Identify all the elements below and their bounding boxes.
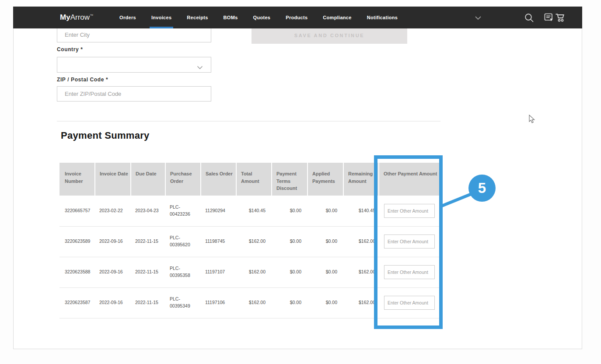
nav-item-invoices[interactable]: Invoices xyxy=(150,7,172,28)
col-due-date: Due Date xyxy=(131,163,165,196)
cell-remaining-amount: $162.00 xyxy=(343,226,379,257)
cell-invoice-date: 2022-09-16 xyxy=(95,226,131,257)
cell-sales-order: 11197106 xyxy=(201,287,236,318)
purchase-order-value: PLC-00395349 xyxy=(170,296,196,310)
nav-item-compliance[interactable]: Compliance xyxy=(322,7,352,28)
logo-my: My xyxy=(60,13,70,21)
col-sales-order: Sales Order xyxy=(201,163,236,196)
cell-purchase-order: PLC-00395620 xyxy=(165,226,201,257)
cell-due-date: 2022-11-15 xyxy=(131,257,165,287)
cell-sales-order: 11290294 xyxy=(201,196,236,226)
other-amount-input[interactable] xyxy=(384,234,435,248)
cell-invoice-number: 3220623587 xyxy=(59,287,95,318)
cell-applied-payments: $0.00 xyxy=(307,196,343,226)
cell-sales-order: 11197107 xyxy=(201,257,236,287)
cell-other-payment-amount xyxy=(379,287,440,318)
col-other-payment-amount: Other Payment Amount xyxy=(379,163,440,196)
step-number: 5 xyxy=(478,180,486,196)
cell-due-date: 2022-11-15 xyxy=(131,226,165,257)
nav-item-boms[interactable]: BOMs xyxy=(223,7,239,28)
nav-item-label: BOMs xyxy=(224,15,238,20)
col-applied-payments: Applied Payments xyxy=(307,163,343,196)
step-badge: 5 xyxy=(468,175,496,202)
nav-item-label: Notifications xyxy=(367,15,398,20)
country-label: Country * xyxy=(57,46,83,52)
table-row: 3220623588 2022-09-16 2022-11-15 PLC-003… xyxy=(59,257,440,287)
cell-invoice-date: 2023-02-22 xyxy=(95,196,131,226)
cell-other-payment-amount xyxy=(379,196,440,226)
nav-item-label: Invoices xyxy=(151,15,171,20)
chevron-down-icon[interactable] xyxy=(475,16,482,20)
section-divider xyxy=(57,121,440,122)
cell-other-payment-amount xyxy=(379,226,440,257)
other-amount-input[interactable] xyxy=(384,296,435,310)
nav-item-label: Quotes xyxy=(253,15,271,20)
nav-item-quotes[interactable]: Quotes xyxy=(252,7,272,28)
nav-item-label: Receipts xyxy=(187,15,208,20)
cell-due-date: 2023-04-23 xyxy=(131,196,165,226)
cell-invoice-date: 2022-09-16 xyxy=(95,287,131,318)
nav-active-underline xyxy=(150,27,173,28)
cell-payment-terms-discount: $0.00 xyxy=(272,226,307,257)
payment-summary-table: Invoice Number Invoice Date Due Date Pur… xyxy=(59,163,440,318)
nav-item-notifications[interactable]: Notifications xyxy=(366,7,399,28)
nav-item-receipts[interactable]: Receipts xyxy=(186,7,209,28)
nav-item-products[interactable]: Products xyxy=(285,7,308,28)
cell-purchase-order: PLC-00395358 xyxy=(165,257,201,287)
other-amount-input[interactable] xyxy=(384,265,435,279)
myarrow-logo[interactable]: MyArrow™ xyxy=(60,13,93,22)
city-input[interactable] xyxy=(57,27,211,42)
cell-purchase-order: PLC-00423236 xyxy=(165,196,201,226)
cell-applied-payments: $0.00 xyxy=(307,226,343,257)
screen: MyArrow™ Orders Invoices Receipts BOMs Q… xyxy=(0,0,601,364)
purchase-order-value: PLC-00423236 xyxy=(170,204,196,218)
nav-item-orders[interactable]: Orders xyxy=(119,7,137,28)
cell-total-amount: $162.00 xyxy=(236,226,272,257)
country-select[interactable] xyxy=(57,57,211,73)
table-row: 3220623589 2022-09-16 2022-11-15 PLC-003… xyxy=(59,226,440,257)
logo-arrow: Arrow xyxy=(70,13,90,21)
nav-item-label: Products xyxy=(286,15,307,20)
cell-invoice-number: 3220623588 xyxy=(59,257,95,287)
cell-total-amount: $162.00 xyxy=(236,287,272,318)
search-icon[interactable] xyxy=(524,13,534,23)
cell-payment-terms-discount: $0.00 xyxy=(272,257,307,287)
cell-purchase-order: PLC-00395349 xyxy=(165,287,201,318)
col-payment-terms-discount: Payment Terms Discount xyxy=(272,163,307,196)
col-invoice-date: Invoice Date xyxy=(95,163,131,196)
cell-applied-payments: $0.00 xyxy=(307,287,343,318)
cell-invoice-date: 2022-09-16 xyxy=(95,257,131,287)
cell-invoice-number: 3220665757 xyxy=(59,196,95,226)
cell-other-payment-amount xyxy=(379,257,440,287)
table-header-row: Invoice Number Invoice Date Due Date Pur… xyxy=(59,163,440,196)
col-remaining-amount: Remaining Amount xyxy=(343,163,379,196)
cell-remaining-amount: $162.00 xyxy=(343,287,379,318)
logo-trademark: ™ xyxy=(90,14,93,18)
table-row: 3220623587 2022-09-16 2022-11-15 PLC-003… xyxy=(59,287,440,318)
cell-sales-order: 11198745 xyxy=(201,226,236,257)
top-navbar: MyArrow™ Orders Invoices Receipts BOMs Q… xyxy=(13,7,582,28)
other-amount-input[interactable] xyxy=(384,204,435,218)
cell-payment-terms-discount: $0.00 xyxy=(272,196,307,226)
table-row: 3220665757 2023-02-22 2023-04-23 PLC-004… xyxy=(59,196,440,226)
zip-label: ZIP / Postal Code * xyxy=(57,77,108,83)
col-total-amount: Total Amount xyxy=(236,163,272,196)
cell-total-amount: $140.45 xyxy=(236,196,272,226)
purchase-order-value: PLC-00395358 xyxy=(170,265,196,279)
cell-payment-terms-discount: $0.00 xyxy=(272,287,307,318)
purchase-order-value: PLC-00395620 xyxy=(170,234,196,248)
cell-applied-payments: $0.00 xyxy=(307,257,343,287)
cell-total-amount: $162.00 xyxy=(236,257,272,287)
cart-icon[interactable] xyxy=(555,13,566,23)
col-purchase-order: Purchase Order xyxy=(165,163,201,196)
quote-list-icon[interactable] xyxy=(544,13,554,22)
nav-item-label: Compliance xyxy=(323,15,351,20)
cell-invoice-number: 3220623589 xyxy=(59,226,95,257)
nav-menu: Orders Invoices Receipts BOMs Quotes Pro… xyxy=(119,7,398,28)
cell-remaining-amount: $162.00 xyxy=(343,257,379,287)
chevron-down-icon xyxy=(197,63,203,71)
nav-item-label: Orders xyxy=(119,15,136,20)
zip-input[interactable] xyxy=(57,86,211,102)
col-invoice-number: Invoice Number xyxy=(59,163,95,196)
save-and-continue-button[interactable]: SAVE AND CONTINUE xyxy=(252,27,407,44)
